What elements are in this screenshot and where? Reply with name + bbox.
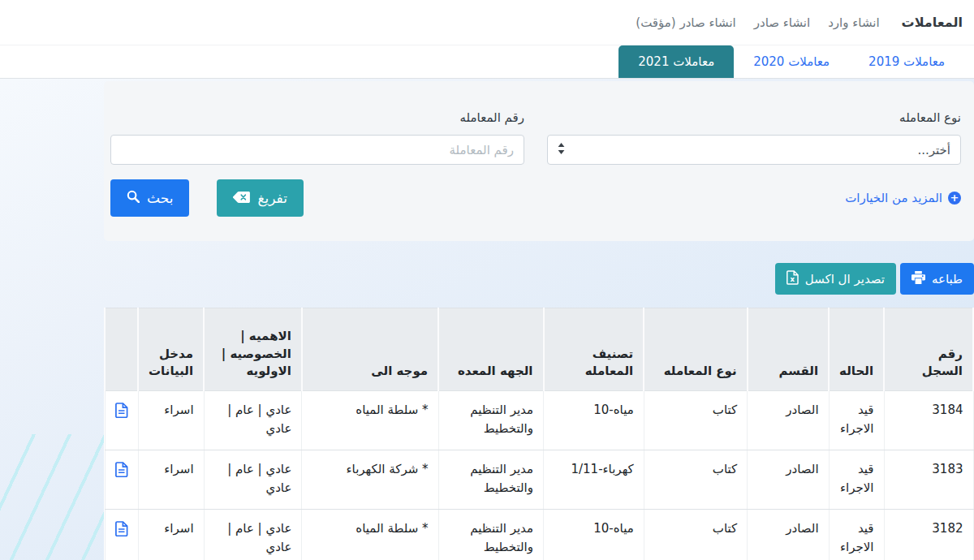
cell-record-number: 3184 — [884, 391, 973, 450]
cell-prepared-by: مدير التنظيم والتخطيط — [438, 510, 543, 560]
transaction-number-label: رقم المعامله — [110, 110, 524, 125]
nav-item-create-outgoing[interactable]: انشاء صادر — [745, 15, 819, 30]
cell-status: قيد الاجراء — [829, 510, 884, 560]
tab-transactions-2020[interactable]: معاملات 2020 — [734, 45, 849, 78]
table-row: 3182 قيد الاجراء الصادر كتاب مياه-10 مدي… — [105, 510, 973, 560]
table-header-row: رقم السجل الحاله القسم نوع المعامله تصني… — [105, 308, 973, 391]
cell-priority: عادي | عام | عادي — [204, 510, 302, 560]
cell-status: قيد الاجراء — [829, 391, 884, 450]
print-button[interactable]: طباعه — [900, 263, 974, 295]
top-navbar: المعاملات انشاء وارد انشاء صادر انشاء صا… — [0, 0, 974, 45]
print-button-label: طباعه — [932, 272, 963, 286]
header-transaction-type: نوع المعامله — [644, 308, 747, 391]
cell-priority: عادي | عام | عادي — [204, 450, 302, 510]
cell-section: الصادر — [748, 510, 829, 560]
cell-data-entry: اسراء — [138, 510, 204, 560]
transaction-type-select[interactable]: أختر... — [547, 135, 961, 165]
main-content: نوع المعامله أختر... رقم المعامله + المز… — [104, 81, 974, 560]
nav-item-create-outgoing-temp[interactable]: انشاء صادر (مؤقت) — [627, 15, 745, 30]
cell-status: قيد الاجراء — [829, 450, 884, 510]
cell-transaction-type: كتاب — [644, 450, 747, 510]
table-row: 3183 قيد الاجراء الصادر كتاب كهرباء-1/11… — [105, 450, 973, 510]
year-tabs: معاملات 2019 معاملات 2020 معاملات 2021 — [0, 45, 974, 79]
transaction-number-field: رقم المعامله — [110, 110, 524, 165]
header-priority: الاهميه | الخصوصيه | الاولويه — [204, 308, 302, 391]
table-toolbar: طباعه تصدير ال اكسل x — [104, 263, 974, 295]
filter-panel: نوع المعامله أختر... رقم المعامله + المز… — [104, 81, 974, 241]
header-status: الحاله — [829, 308, 884, 391]
cell-section: الصادر — [748, 450, 829, 510]
header-data-entry: مدخل البيانات — [138, 308, 204, 391]
cell-prepared-by: مدير التنظيم والتخطيط — [438, 391, 543, 450]
header-record-number: رقم السجل — [884, 308, 973, 391]
excel-file-icon: x — [787, 270, 799, 288]
cell-prepared-by: مدير التنظيم والتخطيط — [438, 450, 543, 510]
open-document-icon[interactable] — [115, 403, 128, 424]
transaction-type-label: نوع المعامله — [547, 110, 961, 125]
brand-link[interactable]: المعاملات — [889, 15, 963, 30]
search-icon — [127, 190, 140, 206]
search-button[interactable]: بحث — [110, 179, 189, 217]
cell-transaction-type: كتاب — [644, 510, 747, 560]
printer-icon — [912, 271, 925, 287]
export-excel-button[interactable]: تصدير ال اكسل x — [775, 263, 896, 295]
svg-text:x: x — [790, 275, 795, 283]
tab-transactions-2019[interactable]: معاملات 2019 — [849, 45, 964, 78]
cell-data-entry: اسراء — [138, 391, 204, 450]
more-options-link[interactable]: + المزيد من الخيارات — [845, 191, 961, 205]
header-directed-to: موجه الى — [302, 308, 438, 391]
cell-directed-to: * سلطة المياه — [302, 510, 438, 560]
header-prepared-by: الجهه المعده — [438, 308, 543, 391]
export-excel-label: تصدير ال اكسل — [805, 272, 885, 286]
transaction-type-selected-value: أختر... — [917, 143, 950, 157]
cell-classification: كهرباء-1/11 — [544, 450, 644, 510]
header-classification: تصنيف المعامله — [544, 308, 644, 391]
select-updown-icon — [558, 143, 565, 157]
cell-directed-to: * شركة الكهرباء — [302, 450, 438, 510]
transactions-table: رقم السجل الحاله القسم نوع المعامله تصني… — [104, 308, 974, 560]
transaction-number-input[interactable] — [110, 135, 524, 165]
backspace-icon — [233, 190, 250, 206]
more-options-label: المزيد من الخيارات — [845, 191, 942, 205]
cell-classification: مياه-10 — [544, 510, 644, 560]
open-document-icon[interactable] — [115, 462, 128, 483]
header-section: القسم — [748, 308, 829, 391]
open-document-icon[interactable] — [115, 521, 128, 542]
cell-transaction-type: كتاب — [644, 391, 747, 450]
plus-circle-icon: + — [948, 192, 961, 205]
cell-section: الصادر — [748, 391, 829, 450]
tab-transactions-2021[interactable]: معاملات 2021 — [618, 45, 734, 78]
table-row: 3184 قيد الاجراء الصادر كتاب مياه-10 مدي… — [105, 391, 973, 450]
cell-classification: مياه-10 — [544, 391, 644, 450]
clear-button[interactable]: تفريغ — [217, 179, 304, 217]
search-button-label: بحث — [147, 190, 173, 206]
cell-record-number: 3183 — [884, 450, 973, 510]
nav-item-create-incoming[interactable]: انشاء وارد — [819, 15, 888, 30]
cell-directed-to: * سلطة المياه — [302, 391, 438, 450]
cell-priority: عادي | عام | عادي — [204, 391, 302, 450]
cell-record-number: 3182 — [884, 510, 973, 560]
header-actions — [105, 308, 138, 391]
transaction-type-field: نوع المعامله أختر... — [547, 110, 961, 165]
cell-data-entry: اسراء — [138, 450, 204, 510]
clear-button-label: تفريغ — [257, 190, 287, 206]
